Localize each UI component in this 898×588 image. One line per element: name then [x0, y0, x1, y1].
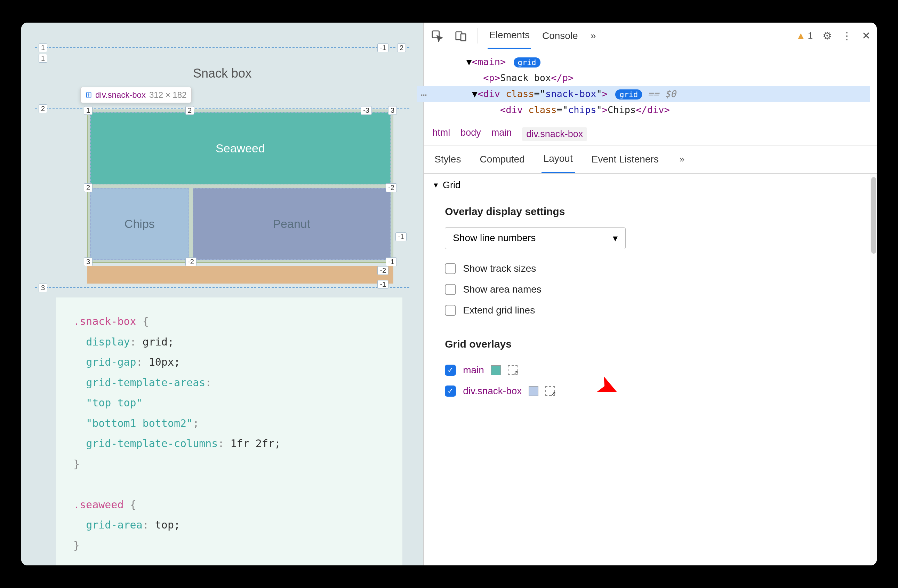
grid-cell-chips: Chips	[90, 188, 189, 260]
warning-count: 1	[808, 30, 813, 41]
scrollbar-thumb[interactable]	[871, 177, 876, 254]
grid-line-number: -3	[361, 106, 372, 115]
grid-overlay-main[interactable]: ✓ main	[445, 360, 856, 381]
color-swatch[interactable]	[529, 386, 538, 396]
tab-more-icon[interactable]: »	[589, 23, 598, 48]
overlay-display-settings: Overlay display settings Show line numbe…	[424, 197, 877, 335]
breadcrumb-item[interactable]: body	[460, 127, 481, 141]
warning-badge[interactable]: ▲ 1	[796, 30, 813, 42]
grid-section-header[interactable]: ▼ Grid	[424, 174, 877, 197]
page-viewport: 1 1 -1 2 2 3 Snack box ⊞ div.snack-box 3…	[21, 23, 423, 565]
color-swatch[interactable]	[491, 365, 501, 375]
grid-line-number: -1	[377, 280, 389, 289]
warning-icon: ▲	[796, 30, 806, 42]
checkbox-checked-icon: ✓	[445, 365, 456, 376]
css-selector: .snack-box	[73, 315, 136, 328]
close-icon[interactable]: ✕	[862, 29, 870, 42]
disclosure-triangle-icon: ▼	[432, 181, 439, 189]
grid-line-number: 1	[38, 43, 47, 52]
css-string: "top top"	[86, 397, 143, 409]
dom-node-main[interactable]: ▼<main> grid	[438, 54, 870, 70]
outer-row-line-3	[35, 287, 409, 288]
show-track-sizes-checkbox[interactable]: Show track sizes	[445, 258, 856, 279]
reveal-in-elements-icon[interactable]	[508, 365, 518, 375]
grid-overlays-title: Grid overlays	[445, 338, 856, 350]
css-property: grid-gap	[86, 356, 136, 368]
grid-line-number: -1	[377, 43, 389, 52]
dom-node-selected[interactable]: ▼<div class="snack-box"> grid == $0	[417, 86, 870, 102]
checkbox-icon	[445, 284, 456, 295]
grid-badge[interactable]: grid	[615, 89, 642, 100]
extend-grid-lines-checkbox[interactable]: Extend grid lines	[445, 300, 856, 321]
rendered-page: 1 1 -1 2 2 3 Snack box ⊞ div.snack-box 3…	[21, 23, 423, 308]
grid-line-number: 1	[84, 106, 92, 115]
css-property: grid-template-areas	[86, 376, 205, 389]
layout-pane: ▼ Grid Overlay display settings Show lin…	[424, 174, 877, 565]
svg-rect-2	[461, 34, 466, 41]
css-string: "bottom1 bottom2"	[86, 417, 193, 429]
css-selector: .seaweed	[73, 499, 124, 511]
grid-overlay-snack-box[interactable]: ✓ div.snack-box	[445, 381, 856, 402]
tab-console[interactable]: Console	[541, 23, 580, 48]
code-snippet: .snack-box { display: grid; grid-gap: 10…	[56, 297, 402, 565]
tooltip-dimensions: 312 × 182	[149, 90, 186, 100]
dom-node-p[interactable]: <p>Snack box</p>	[438, 70, 870, 86]
scrollbar-track[interactable]	[870, 174, 877, 565]
chevron-down-icon: ▾	[613, 232, 618, 244]
grid-line-number: 2	[185, 106, 194, 115]
grid-line-number: -2	[185, 257, 197, 266]
checkbox-icon	[445, 305, 456, 316]
line-numbers-dropdown[interactable]: Show line numbers ▾	[445, 227, 626, 249]
grid-cell-peanut: Peanut	[193, 188, 391, 260]
dom-breadcrumb[interactable]: html body main div.snack-box	[424, 123, 877, 145]
devtools-panel: Elements Console » ▲ 1 ⚙ ⋮ ✕ ▼<main> gri…	[423, 23, 877, 565]
grid-overlays-section: Grid overlays ✓ main ✓ div.snack-box ➤	[424, 335, 877, 416]
toolbar-divider	[478, 28, 478, 43]
css-property: display	[86, 336, 130, 348]
device-toggle-icon[interactable]	[454, 29, 468, 43]
breadcrumb-item[interactable]: html	[432, 127, 450, 141]
snack-grid: Seaweed Chips Peanut	[90, 112, 391, 260]
grid-line-number: 1	[38, 54, 47, 63]
grid-line-number: -2	[386, 183, 397, 192]
grid-line-number: 2	[397, 43, 406, 52]
subtab-computed[interactable]: Computed	[478, 146, 527, 172]
tab-elements[interactable]: Elements	[487, 23, 531, 49]
devtools-toolbar: Elements Console » ▲ 1 ⚙ ⋮ ✕	[424, 23, 877, 49]
grid-line-number: -1	[395, 232, 407, 241]
grid-line-number: 2	[84, 183, 92, 192]
subtab-event-listeners[interactable]: Event Listeners	[589, 146, 661, 172]
show-area-names-checkbox[interactable]: Show area names	[445, 279, 856, 300]
checkbox-checked-icon: ✓	[445, 385, 456, 397]
snack-box-element[interactable]: Seaweed Chips Peanut 1 2 -3 3 2 -2 3 -2 …	[87, 109, 394, 263]
styles-subtabs: Styles Computed Layout Event Listeners »	[424, 145, 877, 174]
settings-title: Overlay display settings	[445, 206, 856, 217]
css-property: grid-template-columns	[86, 437, 218, 449]
grid-badge[interactable]: grid	[514, 57, 540, 68]
subtab-layout[interactable]: Layout	[541, 145, 575, 173]
reveal-in-elements-icon[interactable]	[545, 386, 555, 396]
grid-line-number: 2	[38, 105, 47, 113]
dom-node-chips[interactable]: <div class="chips">Chips</div>	[438, 102, 870, 118]
checkbox-icon	[445, 263, 456, 274]
breadcrumb-item-active[interactable]: div.snack-box	[522, 127, 587, 141]
devtools-window: 1 1 -1 2 2 3 Snack box ⊞ div.snack-box 3…	[21, 23, 877, 565]
css-property: grid-area	[86, 519, 143, 531]
dom-tree[interactable]: ▼<main> grid <p>Snack box</p> ▼<div clas…	[424, 49, 877, 123]
section-title: Grid	[443, 180, 460, 191]
grid-line-number: 3	[388, 106, 397, 115]
main-grid-overlay: 1 1 -1 2 2 3 Snack box ⊞ div.snack-box 3…	[35, 37, 409, 308]
settings-icon[interactable]: ⚙	[823, 29, 832, 42]
more-subtabs-icon[interactable]: »	[680, 154, 684, 165]
grid-line-number: -1	[386, 257, 397, 266]
grid-line-number: -2	[377, 266, 389, 275]
breadcrumb-item[interactable]: main	[491, 127, 512, 141]
grid-line-number: 3	[38, 283, 47, 292]
page-heading: Snack box	[193, 66, 251, 81]
grid-line-number: 3	[84, 257, 92, 266]
inspect-icon[interactable]	[430, 29, 444, 43]
outer-row-line-1	[35, 47, 409, 48]
element-tooltip: ⊞ div.snack-box 312 × 182	[80, 87, 192, 103]
kebab-menu-icon[interactable]: ⋮	[842, 29, 852, 42]
subtab-styles[interactable]: Styles	[432, 146, 463, 172]
